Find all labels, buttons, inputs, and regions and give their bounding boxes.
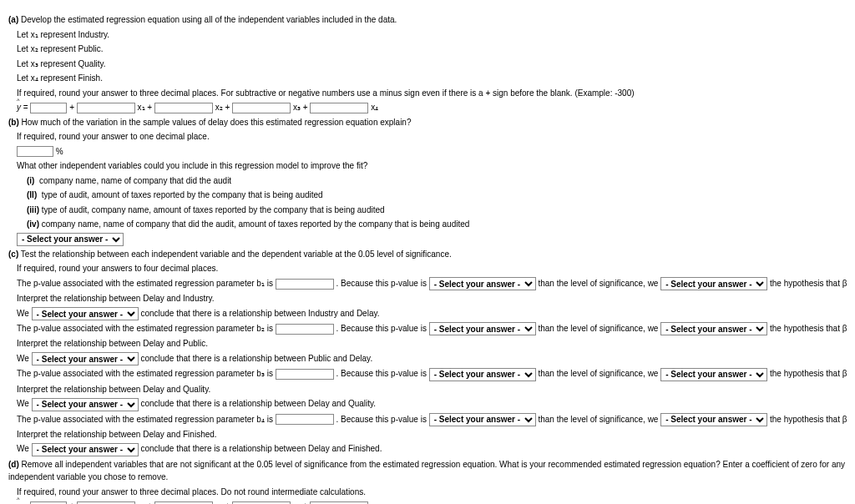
let-x1: Let x₁ represent Industry. <box>17 28 847 42</box>
part-c-header: (c) Test the relationship between each i… <box>8 248 847 261</box>
c-b2-we-row: We - Select your answer - conclude that … <box>17 352 847 365</box>
c-b3-we-row: We - Select your answer - conclude that … <box>17 397 847 411</box>
c-b1-compare[interactable]: - Select your answer - <box>429 277 536 290</box>
x1-label: x₁ + <box>138 103 153 112</box>
c-b4-decision[interactable]: - Select your answer - <box>660 413 767 426</box>
c-b4-we-row: We - Select your answer - conclude that … <box>17 442 847 456</box>
a-b1-input[interactable] <box>77 103 135 113</box>
b-other-prompt: What other independent variables could y… <box>17 159 847 173</box>
c-b2-compare[interactable]: - Select your answer - <box>429 322 536 335</box>
c-b2-decision[interactable]: - Select your answer - <box>660 322 767 335</box>
opt-i: (i) company name, name of company that d… <box>27 174 847 188</box>
c-b3-pvalue[interactable] <box>276 369 334 380</box>
pct-symbol: % <box>56 147 63 156</box>
c-b1-pvalue[interactable] <box>276 279 334 290</box>
c-b1-row: The p-value associated with the estimate… <box>17 277 847 290</box>
c-b3-row: The p-value associated with the estimate… <box>17 367 847 381</box>
c-b4-compare[interactable]: - Select your answer - <box>429 413 536 426</box>
c-b4-row: The p-value associated with the estimate… <box>17 413 847 426</box>
a-b4-input[interactable] <box>310 103 368 113</box>
c-b2-we-select[interactable]: - Select your answer - <box>32 352 139 365</box>
a-equation: y = + x₁ + x₂ + x₃ + x₄ <box>17 101 847 114</box>
a-prompt: Develop the estimated regression equatio… <box>21 15 397 24</box>
c-b3-decision[interactable]: - Select your answer - <box>660 368 767 381</box>
part-b-header: (b) How much of the variation in the sam… <box>8 116 847 129</box>
let-x4: Let x₄ represent Finish. <box>17 72 847 85</box>
let-x3: Let x₃ represent Quality. <box>17 58 847 71</box>
x2-label: x₂ + <box>215 103 230 112</box>
c-b1-decision[interactable]: - Select your answer - <box>660 277 767 290</box>
d-equation: y = + x₁ + x₂ + x₃ + x₄ <box>17 500 847 504</box>
b-round-note: If required, round your answer to one de… <box>17 130 847 144</box>
c-round-note: If required, round your answers to four … <box>17 262 847 275</box>
plus1: + <box>69 103 74 112</box>
c-b4-pvalue[interactable] <box>276 414 334 425</box>
c-b3-interp: Interpret the relationship between Delay… <box>17 383 847 396</box>
c-b4-we-select[interactable]: - Select your answer - <box>32 443 139 456</box>
b-pct-row: % <box>17 145 847 159</box>
a-round-note: If required, round your answer to three … <box>17 87 847 100</box>
d-round-note: If required, round your answer to three … <box>17 486 847 499</box>
c-b1-interp: Interpret the relationship between Delay… <box>17 292 847 305</box>
part-a-header: (a) Develop the estimated regression equ… <box>8 13 847 27</box>
let-x2: Let x₂ represent Public. <box>17 43 847 56</box>
a-b3-input[interactable] <box>232 103 291 113</box>
a-b2-input[interactable] <box>154 103 213 113</box>
b-prompt: How much of the variation in the sample … <box>22 118 412 127</box>
c-b2-row: The p-value associated with the estimate… <box>17 322 847 335</box>
c-b2-interp: Interpret the relationship between Delay… <box>17 337 847 350</box>
equals: = <box>23 103 28 112</box>
x3-label: x₃ + <box>293 103 308 112</box>
c-prompt: Test the relationship between each indep… <box>21 249 452 259</box>
part-d-header: (d) Remove all independent variables tha… <box>8 458 847 484</box>
c-b1-we-select[interactable]: - Select your answer - <box>32 307 139 320</box>
c-b1-we-row: We - Select your answer - conclude that … <box>17 307 847 320</box>
c-b4-interp: Interpret the relationship between Delay… <box>17 428 847 441</box>
d-prompt: Remove all independent variables that ar… <box>8 460 845 482</box>
c-b3-we-select[interactable]: - Select your answer - <box>32 398 139 411</box>
c-b3-compare[interactable]: - Select your answer - <box>429 368 536 381</box>
b-select[interactable]: - Select your answer - <box>17 233 124 246</box>
opt-ii: (II) type of audit, amount of taxes repo… <box>27 189 847 202</box>
c-b2-pvalue[interactable] <box>276 324 334 335</box>
b-pct-input[interactable] <box>17 146 53 157</box>
x4-label: x₄ <box>371 103 378 112</box>
a-intercept-input[interactable] <box>30 103 67 113</box>
b-select-row: - Select your answer - <box>17 233 847 246</box>
yhat-symbol: y <box>17 103 21 112</box>
opt-iii: (iii) type of audit, company name, amoun… <box>27 204 847 217</box>
opt-iv: (iv) company name, name of company that … <box>27 218 847 231</box>
